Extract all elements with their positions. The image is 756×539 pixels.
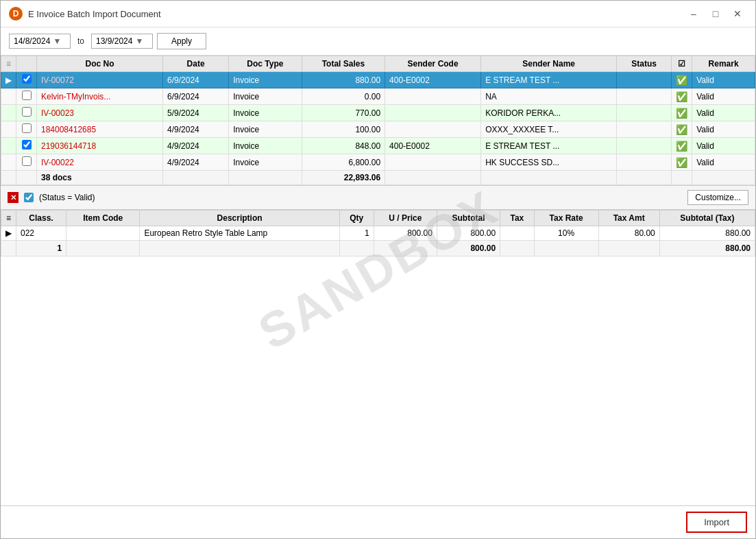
detail-class: 022 bbox=[16, 226, 66, 241]
col-check-header bbox=[16, 56, 37, 72]
row-checkbox-cell[interactable] bbox=[16, 72, 37, 88]
footer-empty6 bbox=[534, 241, 598, 256]
col-qty-header: Qty bbox=[339, 211, 374, 226]
detail-table-header: ≡ Class. Item Code Description Qty U / P… bbox=[1, 211, 755, 226]
row-checkbox-cell[interactable] bbox=[16, 105, 37, 121]
detail-row: ▶ 022 European Retro Style Table Lamp 1 … bbox=[1, 226, 755, 241]
footer-col-move bbox=[1, 241, 16, 256]
row-checkbox[interactable] bbox=[22, 107, 32, 117]
row-checkbox-cell[interactable] bbox=[16, 121, 37, 138]
row-docno[interactable]: 219036144718 bbox=[37, 138, 163, 154]
row-checkbox-cell[interactable] bbox=[16, 154, 37, 171]
invoice-row: 184008412685 4/9/2024 Invoice 100.00 OXX… bbox=[1, 121, 755, 138]
row-checkbox-cell[interactable] bbox=[16, 138, 37, 154]
row-checkbox-cell[interactable] bbox=[16, 88, 37, 105]
footer-subtotaltax: 880.00 bbox=[659, 241, 755, 256]
filter-valid-checkbox[interactable] bbox=[24, 193, 34, 202]
row-docno[interactable]: Kelvin-TMyInvois... bbox=[37, 88, 163, 105]
col-docno-header: Doc No bbox=[37, 56, 163, 72]
row-date: 4/9/2024 bbox=[163, 138, 229, 154]
invoice-total-row: 38 docs 22,893.06 bbox=[1, 171, 755, 185]
maximize-button[interactable]: □ bbox=[706, 6, 725, 21]
row-checkbox[interactable] bbox=[22, 74, 32, 84]
row-checkbox[interactable] bbox=[22, 140, 32, 149]
close-button[interactable]: ✕ bbox=[728, 6, 747, 21]
upper-section: ≡ Doc No Date Doc Type Total Sales Sende… bbox=[1, 56, 755, 210]
apply-button[interactable]: Apply bbox=[157, 33, 206, 49]
row-totalsales: 848.00 bbox=[302, 138, 385, 154]
col-tax-header: Tax bbox=[500, 211, 535, 226]
detail-tax bbox=[500, 226, 535, 241]
row-status bbox=[617, 72, 672, 88]
date-from-input[interactable]: 14/8/2024 ▼ bbox=[9, 34, 71, 49]
detail-itemcode bbox=[66, 226, 140, 241]
doc-no-link[interactable]: Kelvin-TMyInvois... bbox=[41, 92, 110, 101]
row-statusicon: ✅ bbox=[672, 72, 692, 88]
title-left: D E Invoice Batch Import Document bbox=[9, 7, 161, 21]
row-doctype: Invoice bbox=[229, 105, 302, 121]
total-date bbox=[163, 171, 229, 185]
doc-no-link[interactable]: IV-00022 bbox=[41, 158, 74, 167]
doc-no-link[interactable]: 184008412685 bbox=[41, 125, 96, 134]
detail-row-arrow: ▶ bbox=[1, 226, 16, 241]
row-statusicon: ✅ bbox=[672, 88, 692, 105]
doc-no-link[interactable]: IV-00023 bbox=[41, 108, 74, 118]
row-status bbox=[617, 88, 672, 105]
total-doctype bbox=[229, 171, 302, 185]
row-docno[interactable]: 184008412685 bbox=[37, 121, 163, 138]
status-check-icon: ✅ bbox=[676, 141, 687, 152]
row-status bbox=[617, 105, 672, 121]
invoice-row: ▶ IV-00072 6/9/2024 Invoice 880.00 400-E… bbox=[1, 72, 755, 88]
total-col-move bbox=[1, 171, 16, 185]
row-docno[interactable]: IV-00023 bbox=[37, 105, 163, 121]
detail-subtotaltax: 880.00 bbox=[659, 226, 755, 241]
row-remark: Valid bbox=[692, 138, 755, 154]
row-checkbox[interactable] bbox=[22, 123, 32, 133]
total-sendername bbox=[481, 171, 617, 185]
total-docs-label: 38 docs bbox=[37, 171, 163, 185]
detail-table-container: ≡ Class. Item Code Description Qty U / P… bbox=[1, 210, 755, 505]
filter-remove-button[interactable]: ✕ bbox=[8, 192, 19, 203]
toolbar: 14/8/2024 ▼ to 13/9/2024 ▼ Apply bbox=[1, 27, 755, 56]
row-docno[interactable]: IV-00072 bbox=[37, 72, 163, 88]
row-remark: Valid bbox=[692, 121, 755, 138]
filter-status-label: (Status = Valid) bbox=[39, 193, 95, 202]
footer-subtotal: 800.00 bbox=[437, 241, 500, 256]
date-from-value: 14/8/2024 bbox=[14, 36, 50, 46]
detail-uprice: 800.00 bbox=[374, 226, 437, 241]
status-check-icon: ✅ bbox=[676, 124, 687, 135]
minimize-button[interactable]: – bbox=[684, 6, 703, 21]
row-date: 4/9/2024 bbox=[163, 121, 229, 138]
to-label: to bbox=[75, 36, 87, 46]
import-button[interactable]: Import bbox=[686, 512, 747, 533]
col-itemcode-header: Item Code bbox=[66, 211, 140, 226]
row-checkbox[interactable] bbox=[22, 91, 32, 100]
row-move-icon: ▶ bbox=[1, 72, 16, 88]
row-docno[interactable]: IV-00022 bbox=[37, 154, 163, 171]
date-to-value: 13/9/2024 bbox=[96, 36, 132, 46]
row-sendercode: 400-E0002 bbox=[385, 72, 481, 88]
row-checkbox[interactable] bbox=[22, 156, 32, 166]
col-doctype-header: Doc Type bbox=[229, 56, 302, 72]
row-totalsales: 6,800.00 bbox=[302, 154, 385, 171]
customize-button[interactable]: Customize... bbox=[687, 190, 748, 205]
row-status bbox=[617, 121, 672, 138]
total-status bbox=[617, 171, 672, 185]
date-from-arrow-icon: ▼ bbox=[53, 36, 61, 46]
row-totalsales: 880.00 bbox=[302, 72, 385, 88]
col-subtotal-header: Subtotal bbox=[437, 211, 500, 226]
doc-no-link[interactable]: 219036144718 bbox=[41, 141, 96, 151]
row-statusicon: ✅ bbox=[672, 154, 692, 171]
status-check-icon: ✅ bbox=[676, 108, 687, 119]
doc-no-link[interactable]: IV-00072 bbox=[41, 75, 74, 85]
import-button-bar: Import bbox=[1, 505, 755, 538]
date-to-input[interactable]: 13/9/2024 ▼ bbox=[91, 34, 153, 49]
row-sendername: KORIDOR PERKA... bbox=[481, 105, 617, 121]
row-doctype: Invoice bbox=[229, 121, 302, 138]
row-remark: Valid bbox=[692, 105, 755, 121]
row-remark: Valid bbox=[692, 72, 755, 88]
row-sendername: OXXX_XXXXEE T... bbox=[481, 121, 617, 138]
row-totalsales: 770.00 bbox=[302, 105, 385, 121]
col-description-header: Description bbox=[140, 211, 339, 226]
invoice-table-container: ≡ Doc No Date Doc Type Total Sales Sende… bbox=[1, 56, 755, 186]
